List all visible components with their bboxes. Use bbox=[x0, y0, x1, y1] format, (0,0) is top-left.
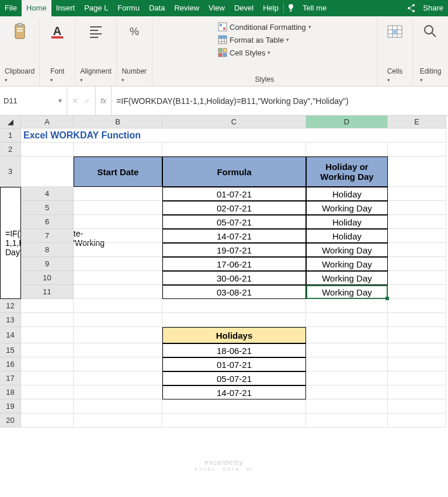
chevron-down-icon[interactable]: ▾ bbox=[420, 77, 423, 83]
chevron-down-icon[interactable]: ▾ bbox=[387, 77, 390, 83]
tab-data[interactable]: Data bbox=[144, 0, 169, 16]
col-header[interactable]: B bbox=[74, 116, 162, 128]
cell-B20[interactable] bbox=[74, 413, 162, 428]
cell-B19[interactable] bbox=[74, 399, 162, 413]
tell-me[interactable]: Tell me bbox=[298, 0, 331, 16]
cell-B13[interactable] bbox=[74, 313, 162, 327]
cell-E14[interactable] bbox=[388, 327, 446, 343]
cell-C2[interactable] bbox=[162, 143, 306, 157]
tab-view[interactable]: View bbox=[204, 0, 230, 16]
cell-B7[interactable]: 14-07-21 bbox=[162, 229, 306, 243]
cell-C13[interactable] bbox=[162, 313, 306, 327]
chevron-down-icon[interactable]: ▾ bbox=[80, 77, 83, 83]
row-header[interactable]: 19 bbox=[0, 399, 21, 413]
cell-E19[interactable] bbox=[388, 399, 446, 413]
format-as-table-button[interactable]: Format as Table ▾ bbox=[216, 34, 314, 46]
alignment-button[interactable] bbox=[83, 20, 109, 44]
cell-C19[interactable] bbox=[162, 399, 306, 413]
cell-C16[interactable]: 01-07-21 bbox=[162, 357, 306, 371]
chevron-down-icon[interactable]: ▾ bbox=[121, 77, 124, 83]
row-header[interactable]: 5 bbox=[21, 201, 74, 215]
tab-formulas[interactable]: Formu bbox=[113, 0, 144, 16]
cell-D2[interactable] bbox=[306, 143, 388, 157]
cell-E7[interactable] bbox=[388, 229, 446, 243]
cell-C14[interactable]: Holidays bbox=[162, 327, 306, 343]
cell-D4[interactable]: Holiday bbox=[306, 187, 388, 201]
cell-D9[interactable]: Working Day bbox=[306, 257, 388, 271]
cell-A6[interactable] bbox=[74, 215, 162, 229]
cell-A12[interactable] bbox=[21, 299, 74, 313]
select-all[interactable]: ◢ bbox=[0, 116, 21, 128]
cell-D6[interactable]: Holiday bbox=[306, 215, 388, 229]
row-header[interactable]: 13 bbox=[0, 313, 21, 327]
cell-D10[interactable]: Working Day bbox=[306, 271, 388, 285]
cell-A20[interactable] bbox=[21, 413, 74, 428]
cell-A7[interactable] bbox=[74, 229, 162, 243]
tab-insert[interactable]: Insert bbox=[51, 0, 80, 16]
cell-E13[interactable] bbox=[388, 313, 446, 327]
cell-A9[interactable] bbox=[74, 257, 162, 271]
cell-E3[interactable] bbox=[388, 157, 446, 187]
cell-styles-button[interactable]: Cell Styles ▾ bbox=[216, 47, 314, 58]
row-header[interactable]: 1 bbox=[0, 128, 21, 143]
row-header[interactable]: 8 bbox=[21, 243, 74, 257]
cell-A18[interactable] bbox=[21, 385, 74, 399]
cell-A10[interactable] bbox=[74, 271, 162, 285]
col-header[interactable]: A bbox=[21, 116, 74, 128]
cell-B18[interactable] bbox=[74, 385, 162, 399]
cell-E5[interactable] bbox=[388, 201, 446, 215]
cell-A3[interactable] bbox=[21, 157, 74, 187]
tab-page-layout[interactable]: Page L bbox=[79, 0, 113, 16]
cell-B9[interactable]: 17-06-21 bbox=[162, 257, 306, 271]
cell-D19[interactable] bbox=[306, 399, 388, 413]
row-header[interactable]: 3 bbox=[0, 157, 21, 187]
cell-C20[interactable] bbox=[162, 413, 306, 428]
conditional-formatting-button[interactable]: Conditional Formatting ▾ bbox=[216, 21, 314, 33]
cell-B12[interactable] bbox=[74, 299, 162, 313]
cell-A1[interactable]: Excel WORKDAY Function bbox=[21, 128, 446, 143]
row-header[interactable]: 14 bbox=[0, 327, 21, 343]
cell-E20[interactable] bbox=[388, 413, 446, 428]
cell-A16[interactable] bbox=[21, 357, 74, 371]
cell-A17[interactable] bbox=[21, 371, 74, 385]
editing-button[interactable] bbox=[418, 20, 443, 44]
number-button[interactable]: % bbox=[121, 20, 147, 44]
cell-D18[interactable] bbox=[306, 385, 388, 399]
cell-E8[interactable] bbox=[388, 243, 446, 257]
cell-C4[interactable]: =IF(WORKDAY(date-1,1,Holiday)=date,"Work… bbox=[0, 187, 21, 299]
cell-B6[interactable]: 05-07-21 bbox=[162, 215, 306, 229]
cell-B8[interactable]: 19-07-21 bbox=[162, 243, 306, 257]
cell-A19[interactable] bbox=[21, 399, 74, 413]
cell-E6[interactable] bbox=[388, 215, 446, 229]
tab-file[interactable]: File bbox=[0, 0, 22, 16]
cell-C15[interactable]: 18-06-21 bbox=[162, 343, 306, 357]
cell-E17[interactable] bbox=[388, 371, 446, 385]
tab-help[interactable]: Help bbox=[258, 0, 283, 16]
cell-D16[interactable] bbox=[306, 357, 388, 371]
cell-C3[interactable]: Formula bbox=[162, 157, 306, 187]
row-header[interactable]: 15 bbox=[0, 343, 21, 357]
cell-E9[interactable] bbox=[388, 257, 446, 271]
cell-B5[interactable]: 02-07-21 bbox=[162, 201, 306, 215]
cell-D17[interactable] bbox=[306, 371, 388, 385]
row-header[interactable]: 7 bbox=[21, 229, 74, 243]
fx-icon[interactable]: fx bbox=[96, 86, 112, 115]
formula-input[interactable]: =IF(WORKDAY(B11-1,1,Holiday)=B11,"Workin… bbox=[112, 86, 448, 115]
cell-B3[interactable]: Start Date bbox=[74, 157, 162, 187]
chevron-down-icon[interactable]: ▾ bbox=[50, 77, 53, 83]
cell-D12[interactable] bbox=[306, 299, 388, 313]
row-header[interactable]: 10 bbox=[21, 271, 74, 285]
cell-D7[interactable]: Holiday bbox=[306, 229, 388, 243]
chevron-down-icon[interactable]: ▼ bbox=[57, 98, 63, 104]
row-header[interactable]: 16 bbox=[0, 357, 21, 371]
cell-A13[interactable] bbox=[21, 313, 74, 327]
cell-B10[interactable]: 30-06-21 bbox=[162, 271, 306, 285]
cell-A5[interactable] bbox=[74, 201, 162, 215]
name-box[interactable]: ▼ bbox=[0, 86, 67, 115]
cell-D3[interactable]: Holiday or Working Day bbox=[306, 157, 388, 187]
cell-E4[interactable] bbox=[388, 187, 446, 201]
tab-home[interactable]: Home bbox=[22, 0, 51, 16]
cell-E18[interactable] bbox=[388, 385, 446, 399]
col-header[interactable]: E bbox=[388, 116, 446, 128]
cell-D8[interactable]: Working Day bbox=[306, 243, 388, 257]
